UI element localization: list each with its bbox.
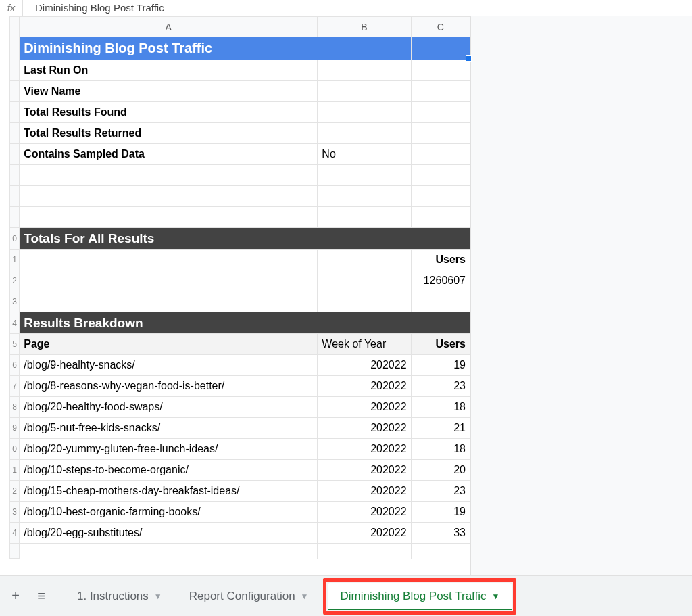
table-row-partial[interactable]	[10, 544, 470, 559]
row-header[interactable]: 2	[10, 481, 20, 502]
empty-row[interactable]	[10, 186, 470, 207]
col-week[interactable]: Week of Year	[318, 334, 411, 355]
cell[interactable]	[411, 186, 470, 207]
users-cell[interactable]: 18	[411, 439, 470, 460]
table-row[interactable]: 7/blog/8-reasons-why-vegan-food-is-bette…	[10, 376, 470, 397]
tab-report-configuration[interactable]: Report Configuration ▼	[177, 583, 321, 610]
page-cell[interactable]: /blog/20-yummy-gluten-free-lunch-ideas/	[20, 439, 318, 460]
cell[interactable]	[318, 270, 411, 291]
table-row[interactable]: 9/blog/5-nut-free-kids-snacks/20202221	[10, 418, 470, 439]
meta-c[interactable]	[411, 102, 470, 123]
empty-row[interactable]	[10, 165, 470, 186]
row-header[interactable]: 4	[10, 312, 20, 334]
row-header[interactable]	[10, 207, 20, 228]
col-header-C[interactable]: C	[411, 17, 470, 37]
row-header[interactable]: 1	[10, 250, 20, 270]
row-header[interactable]	[10, 123, 20, 144]
row-header[interactable]: 0	[10, 439, 20, 460]
cell[interactable]	[20, 165, 318, 186]
cell[interactable]	[411, 207, 470, 228]
table-row[interactable]: 2/blog/15-cheap-mothers-day-breakfast-id…	[10, 481, 470, 502]
totals-header-row[interactable]: 1Users	[10, 250, 470, 270]
spreadsheet-grid[interactable]: A B C Diminishing Blog Post Traffic Last…	[0, 16, 692, 575]
title-cell-end[interactable]	[411, 37, 470, 60]
week-cell[interactable]: 202022	[318, 397, 411, 418]
users-cell[interactable]: 23	[411, 376, 470, 397]
meta-c[interactable]	[411, 123, 470, 144]
col-users[interactable]: Users	[411, 334, 470, 355]
totals-value-row[interactable]: 21260607	[10, 270, 470, 291]
week-cell[interactable]: 202022	[318, 439, 411, 460]
row-header[interactable]	[10, 81, 20, 102]
col-header-A[interactable]: A	[20, 17, 318, 37]
week-cell[interactable]: 202022	[318, 376, 411, 397]
week-cell[interactable]	[318, 544, 411, 559]
formula-bar-value[interactable]: Diminishing Blog Post Traffic	[23, 2, 164, 14]
users-cell[interactable]: 20	[411, 460, 470, 481]
cell[interactable]	[411, 291, 470, 312]
meta-b[interactable]: No	[318, 144, 411, 165]
tab-instructions[interactable]: 1. Instructions ▼	[65, 583, 174, 610]
section-totals[interactable]: 0Totals For All Results	[10, 228, 470, 250]
row-header[interactable]: 0	[10, 228, 20, 250]
row-header[interactable]: 3	[10, 502, 20, 523]
row-header[interactable]: 8	[10, 397, 20, 418]
section-breakdown[interactable]: 4Results Breakdown	[10, 312, 470, 334]
row-header[interactable]: 4	[10, 523, 20, 544]
tab-diminishing-blog-post-traffic[interactable]: Diminishing Blog Post Traffic ▼	[328, 583, 512, 610]
cell[interactable]	[318, 165, 411, 186]
meta-c[interactable]	[411, 81, 470, 102]
cell[interactable]	[20, 270, 318, 291]
meta-label[interactable]: Total Results Returned	[20, 123, 318, 144]
table-row[interactable]: 3/blog/10-best-organic-farming-books/202…	[10, 502, 470, 523]
users-cell[interactable]: 18	[411, 397, 470, 418]
col-header-B[interactable]: B	[318, 17, 411, 37]
row-header[interactable]	[10, 165, 20, 186]
week-cell[interactable]: 202022	[318, 523, 411, 544]
row-header[interactable]: 9	[10, 418, 20, 439]
table-row[interactable]: 0/blog/20-yummy-gluten-free-lunch-ideas/…	[10, 439, 470, 460]
week-cell[interactable]: 202022	[318, 481, 411, 502]
section-header[interactable]: Totals For All Results	[20, 228, 470, 250]
cell[interactable]	[318, 291, 411, 312]
meta-row[interactable]: View Name	[10, 81, 470, 102]
row-header[interactable]	[10, 544, 20, 559]
meta-b[interactable]	[318, 102, 411, 123]
breakdown-header-row[interactable]: 5PageWeek of YearUsers	[10, 334, 470, 355]
page-cell[interactable]: /blog/20-egg-substitutes/	[20, 523, 318, 544]
select-all-corner[interactable]	[10, 17, 20, 37]
row-header[interactable]	[10, 102, 20, 123]
all-sheets-button[interactable]: ≡	[30, 585, 53, 608]
week-cell[interactable]: 202022	[318, 355, 411, 376]
users-cell[interactable]: 19	[411, 502, 470, 523]
meta-b[interactable]	[318, 60, 411, 81]
meta-b[interactable]	[318, 81, 411, 102]
table-row[interactable]: 1/blog/10-steps-to-become-organic/202022…	[10, 460, 470, 481]
meta-row[interactable]: Last Run On	[10, 60, 470, 81]
meta-c[interactable]	[411, 60, 470, 81]
table-row[interactable]: 4/blog/20-egg-substitutes/20202233	[10, 523, 470, 544]
cell[interactable]	[411, 165, 470, 186]
meta-row[interactable]: Total Results Returned	[10, 123, 470, 144]
page-cell[interactable]: /blog/9-healhty-snacks/	[20, 355, 318, 376]
users-header[interactable]: Users	[411, 250, 470, 270]
row-header[interactable]	[10, 186, 20, 207]
users-cell[interactable]: 19	[411, 355, 470, 376]
row-header[interactable]	[10, 37, 20, 60]
users-cell[interactable]: 33	[411, 523, 470, 544]
users-cell[interactable]	[411, 544, 470, 559]
empty-row[interactable]	[10, 207, 470, 228]
users-cell[interactable]: 23	[411, 481, 470, 502]
week-cell[interactable]: 202022	[318, 418, 411, 439]
cell[interactable]	[318, 186, 411, 207]
page-cell[interactable]: /blog/8-reasons-why-vegan-food-is-better…	[20, 376, 318, 397]
row-header[interactable]: 3	[10, 291, 20, 312]
row-header[interactable]: 1	[10, 460, 20, 481]
meta-row[interactable]: Contains Sampled DataNo	[10, 144, 470, 165]
cell[interactable]	[318, 250, 411, 270]
cell[interactable]	[318, 207, 411, 228]
page-cell[interactable]: /blog/20-healthy-food-swaps/	[20, 397, 318, 418]
row-header[interactable]: 2	[10, 270, 20, 291]
table-row[interactable]: 6/blog/9-healhty-snacks/20202219	[10, 355, 470, 376]
meta-label[interactable]: View Name	[20, 81, 318, 102]
